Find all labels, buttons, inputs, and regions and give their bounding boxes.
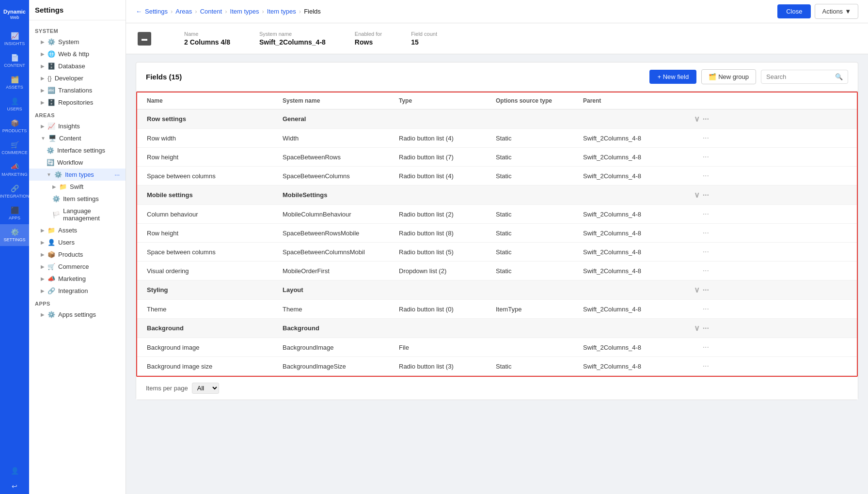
chevron-down-icon[interactable]: ∨ <box>694 324 700 333</box>
breadcrumb-back-icon[interactable]: ← <box>136 8 142 15</box>
new-field-button[interactable]: + New field <box>649 70 696 84</box>
sidebar-item-assets[interactable]: 🗂️ ASSETS <box>0 72 29 93</box>
tree-item-database[interactable]: ▶ 🗄️ Database <box>29 60 126 72</box>
row-actions[interactable]: ··· <box>680 247 709 256</box>
dots-menu-icon[interactable]: ··· <box>703 305 709 313</box>
main-content: ← Settings › Areas › Content › Item type… <box>126 0 868 494</box>
tree-item-marketing-area[interactable]: ▶ 📣 Marketing <box>29 273 126 285</box>
row-actions[interactable]: ··· <box>680 266 709 275</box>
dots-menu-icon[interactable]: ··· <box>703 324 709 333</box>
sidebar-item-integration[interactable]: 🔗 INTEGRATION <box>0 181 29 202</box>
sidebar-item-marketing[interactable]: 📣 MARKETING <box>0 159 29 181</box>
table-row: Styling Layout ∨ ··· <box>137 280 857 300</box>
row-actions[interactable]: ∨ ··· <box>680 285 709 294</box>
sidebar-item-profile[interactable]: 👤 <box>0 463 29 479</box>
sidebar-item-insights-label: INSIGHTS <box>4 41 25 46</box>
tree-item-repositories[interactable]: ▶ 🗄️ Repositories <box>29 96 126 108</box>
dots-menu-icon[interactable]: ··· <box>703 266 709 275</box>
col-name: Name <box>147 97 283 104</box>
sidebar-item-users[interactable]: 👤 USERS <box>0 93 29 115</box>
row-actions[interactable]: ··· <box>680 343 709 352</box>
tree-item-assets-area[interactable]: ▶ 📁 Assets <box>29 224 126 236</box>
tree-item-insights-area-label: Insights <box>58 123 80 130</box>
dots-menu-icon[interactable]: ··· <box>703 115 709 124</box>
tree-item-web-http[interactable]: ▶ 🌐 Web & http <box>29 48 126 60</box>
row-actions[interactable]: ∨ ··· <box>680 324 709 333</box>
chevron-down-icon[interactable]: ∨ <box>694 285 700 294</box>
dots-menu-icon[interactable]: ··· <box>703 229 709 237</box>
actions-button[interactable]: Actions ▼ <box>815 4 858 19</box>
row-actions[interactable]: ··· <box>680 134 709 142</box>
tree-item-interface-settings[interactable]: ⚙️ Interface settings <box>29 144 126 156</box>
dots-menu-icon[interactable]: ··· <box>703 362 709 370</box>
tree-item-insights-area[interactable]: ▶ 📈 Insights <box>29 120 126 132</box>
tree-item-item-settings[interactable]: ⚙️ Item settings <box>29 193 126 205</box>
row-system-name: BackgroundImageSize <box>283 363 399 370</box>
breadcrumb-areas[interactable]: Areas <box>175 8 192 15</box>
row-system-name: Theme <box>283 306 399 313</box>
row-actions[interactable]: ··· <box>680 362 709 370</box>
repositories-icon: 🗄️ <box>47 99 55 106</box>
tree-item-integration-area[interactable]: ▶ 🔗 Integration <box>29 285 126 297</box>
dots-menu-icon[interactable]: ··· <box>703 247 709 256</box>
tree-item-system[interactable]: ▶ ⚙️ System <box>29 36 126 48</box>
sidebar-item-products[interactable]: 📦 PRODUCTS <box>0 115 29 137</box>
sidebar-item-insights[interactable]: 📈 INSIGHTS <box>0 28 29 50</box>
breadcrumb-item-types-1[interactable]: Item types <box>230 8 259 15</box>
dots-menu-icon[interactable]: ··· <box>703 134 709 142</box>
tree-item-products-area[interactable]: ▶ 📦 Products <box>29 248 126 261</box>
row-actions[interactable]: ∨ ··· <box>680 114 709 124</box>
chevron-down-icon[interactable]: ∨ <box>694 114 700 124</box>
search-box[interactable]: 🔍 <box>761 70 848 84</box>
table-row: Row height SpaceBetweenRows Radio button… <box>137 148 857 167</box>
row-actions[interactable]: ··· <box>680 229 709 237</box>
sidebar-item-content[interactable]: 📄 CONTENT <box>0 50 29 72</box>
dots-menu-icon[interactable]: ··· <box>703 286 709 294</box>
sidebar-item-settings[interactable]: ⚙️ SETTINGS <box>0 224 29 246</box>
tree-item-translations[interactable]: ▶ 🔤 Translations <box>29 84 126 96</box>
tree-item-users-area[interactable]: ▶ 👤 Users <box>29 236 126 248</box>
tree-item-swift[interactable]: ▶ 📁 Swift <box>29 181 126 193</box>
row-actions[interactable]: ··· <box>680 210 709 218</box>
tree-item-item-types[interactable]: ▼ ⚙️ Item types ··· <box>29 169 126 181</box>
tree-item-language-management[interactable]: 🏳️ Language management <box>29 205 126 224</box>
row-parent: Swift_2Columns_4-8 <box>583 344 680 351</box>
dots-menu-icon[interactable]: ··· <box>703 171 709 180</box>
dots-menu-icon[interactable]: ··· <box>703 191 709 200</box>
tree-item-developer[interactable]: ▶ {} Developer <box>29 72 126 84</box>
row-parent: Swift_2Columns_4-8 <box>583 135 680 142</box>
breadcrumb-content[interactable]: Content <box>200 8 222 15</box>
table-header: Name System name Type Options source typ… <box>137 93 857 109</box>
dots-menu-icon[interactable]: ··· <box>703 210 709 218</box>
sidebar-item-back[interactable]: ↩ <box>0 479 29 494</box>
tree-item-apps-settings[interactable]: ▶ ⚙️ Apps settings <box>29 309 126 321</box>
sidebar-item-apps[interactable]: ⬛ APPS <box>0 202 29 224</box>
items-per-page-select[interactable]: All 25 50 100 <box>192 383 219 394</box>
row-options-source: Static <box>496 154 583 161</box>
tree-item-commerce-area[interactable]: ▶ 🛒 Commerce <box>29 261 126 273</box>
row-type: Radio button list (4) <box>399 135 496 142</box>
item-types-dots-button[interactable]: ··· <box>114 171 120 178</box>
new-group-button[interactable]: 🗂️ New group <box>701 69 756 84</box>
row-actions[interactable]: ∨ ··· <box>680 190 709 200</box>
areas-section-header: Areas <box>29 108 126 120</box>
sep4: › <box>262 8 264 15</box>
tree-item-content-area[interactable]: ▼ 🖥️ Content <box>29 132 126 144</box>
breadcrumb-item-types-2[interactable]: Item types <box>267 8 296 15</box>
chevron-down-icon[interactable]: ∨ <box>694 190 700 200</box>
close-button[interactable]: Close <box>777 4 811 18</box>
breadcrumb-settings[interactable]: Settings <box>145 8 168 15</box>
row-type: File <box>399 344 496 351</box>
row-actions[interactable]: ··· <box>680 153 709 161</box>
search-input[interactable] <box>766 73 832 80</box>
dots-menu-icon[interactable]: ··· <box>703 343 709 352</box>
chevron-right-icon: ▶ <box>41 240 45 245</box>
row-system-name: MobileSettings <box>283 191 399 199</box>
row-name: Styling <box>147 286 283 293</box>
row-parent: Swift_2Columns_4-8 <box>583 172 680 180</box>
row-actions[interactable]: ··· <box>680 171 709 180</box>
tree-item-workflow[interactable]: 🔄 Workflow <box>29 156 126 169</box>
sidebar-item-commerce[interactable]: 🛒 COMMERCE <box>0 137 29 159</box>
row-actions[interactable]: ··· <box>680 305 709 313</box>
dots-menu-icon[interactable]: ··· <box>703 153 709 161</box>
